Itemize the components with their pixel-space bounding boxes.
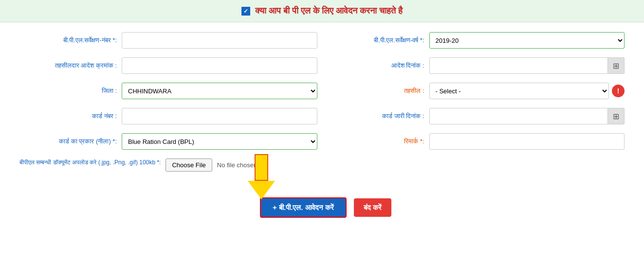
remark-label: रिमार्क *: [327, 138, 424, 145]
bpl-number-label: बी.पी.एल.सर्वेक्षण-नंबर *: [19, 36, 117, 44]
tehsil-select[interactable]: - Select - [429, 83, 609, 99]
bpl-year-input-wrapper: 2019-20 2020-21 2018-19 [429, 32, 625, 49]
tahsildar-half: तहसीलदार आदेश क्रमांक : [19, 57, 317, 74]
tahsildar-input-wrapper [122, 57, 317, 74]
remark-input[interactable] [429, 133, 625, 150]
yellow-arrow [248, 154, 275, 199]
order-date-half: आदेश दिनांक : 27/11/2020 ⊞ [327, 57, 625, 74]
tehsil-label: तहसील : [327, 87, 424, 95]
file-upload-label: बीपीएल सम्बन्धी डॉक्यूमेंट अपलोड करे (.j… [19, 158, 161, 167]
bpl-number-half: बी.पी.एल.सर्वेक्षण-नंबर *: [19, 32, 317, 49]
file-input-area: Choose File No file chosen [166, 158, 257, 172]
submit-button[interactable]: + बी.पी.एल. आवेदन करें [260, 197, 347, 218]
arrow-container [248, 154, 275, 199]
tehsil-half: तहसील : - Select - ! [327, 83, 625, 99]
bpl-year-select[interactable]: 2019-20 2020-21 2018-19 [429, 32, 625, 49]
header-checkbox[interactable] [241, 7, 250, 16]
card-issued-input[interactable] [429, 108, 608, 124]
header-bar: क्या आप बी पी एल के लिए आवेदन करना चाहते… [0, 0, 644, 22]
bpl-number-input-wrapper [122, 32, 317, 49]
card-number-input[interactable] [122, 108, 317, 124]
remark-input-wrapper [429, 133, 625, 150]
header-title: क्या आप बी पी एल के लिए आवेदन करना चाहते… [255, 6, 403, 16]
arrow-shaft [255, 154, 268, 181]
card-type-input-wrapper: Blue Ration Card (BPL) [122, 133, 317, 150]
bpl-number-input[interactable] [122, 32, 317, 49]
card-issued-input-wrapper: ⊞ [429, 108, 625, 124]
file-label-text: बीपीएल सम्बन्धी डॉक्यूमेंट अपलोड करे (.j… [19, 159, 161, 166]
card-issued-calendar-btn[interactable]: ⊞ [608, 108, 625, 124]
tehsil-alert-icon: ! [612, 85, 625, 97]
form-row-2: तहसीलदार आदेश क्रमांक : आदेश दिनांक : 27… [19, 57, 625, 74]
order-date-label: आदेश दिनांक : [327, 62, 424, 70]
card-type-select[interactable]: Blue Ration Card (BPL) [122, 133, 317, 150]
file-upload-row: बीपीएल सम्बन्धी डॉक्यूमेंट अपलोड करे (.j… [19, 158, 625, 172]
card-number-input-wrapper [122, 108, 317, 124]
form-row-5: कार्ड का प्रकार (नीला) *: Blue Ration Ca… [19, 133, 625, 150]
tahsildar-input[interactable] [122, 57, 317, 74]
tahsildar-label: तहसीलदार आदेश क्रमांक : [19, 62, 117, 70]
remark-half: रिमार्क *: [327, 133, 625, 150]
district-select[interactable]: CHHINDWARA [122, 83, 317, 99]
card-issued-label: कार्ड जारी दिनांक : [327, 112, 424, 120]
bpl-year-half: बी.पी.एल.सर्वेक्षण-वर्ष *: 2019-20 2020-… [327, 32, 625, 49]
card-type-label: कार्ड का प्रकार (नीला) *: [19, 138, 117, 145]
choose-file-button[interactable]: Choose File [166, 158, 212, 172]
order-date-input-wrapper: 27/11/2020 ⊞ [429, 57, 625, 74]
order-date-with-icon: 27/11/2020 ⊞ [429, 57, 625, 74]
district-input-wrapper: CHHINDWARA [122, 83, 317, 99]
order-date-calendar-btn[interactable]: ⊞ [608, 57, 625, 74]
card-number-half: कार्ड नंबर : [19, 108, 317, 124]
footer-row: + बी.पी.एल. आवेदन करें बंद करें [0, 190, 644, 228]
card-issued-with-icon: ⊞ [429, 108, 625, 124]
form-row-1: बी.पी.एल.सर्वेक्षण-नंबर *: बी.पी.एल.सर्व… [19, 32, 625, 49]
card-type-half: कार्ड का प्रकार (नीला) *: Blue Ration Ca… [19, 133, 317, 150]
cancel-button[interactable]: बंद करें [354, 198, 391, 217]
page-wrapper: क्या आप बी पी एल के लिए आवेदन करना चाहते… [0, 0, 644, 263]
form-body: बी.पी.एल.सर्वेक्षण-नंबर *: बी.पी.एल.सर्व… [0, 22, 644, 190]
district-half: जिला : CHHINDWARA [19, 83, 317, 99]
form-row-4: कार्ड नंबर : कार्ड जारी दिनांक : ⊞ [19, 108, 625, 124]
tehsil-input-wrapper: - Select - ! [429, 83, 625, 99]
card-issued-half: कार्ड जारी दिनांक : ⊞ [327, 108, 625, 124]
card-number-label: कार्ड नंबर : [19, 112, 117, 120]
tehsil-select-with-alert: - Select - ! [429, 83, 625, 99]
arrow-head [248, 181, 275, 199]
order-date-input[interactable]: 27/11/2020 [429, 57, 608, 74]
district-label: जिला : [19, 87, 117, 95]
bpl-year-label: बी.पी.एल.सर्वेक्षण-वर्ष *: [327, 36, 424, 44]
form-row-3: जिला : CHHINDWARA तहसील : - Select - ! [19, 83, 625, 99]
